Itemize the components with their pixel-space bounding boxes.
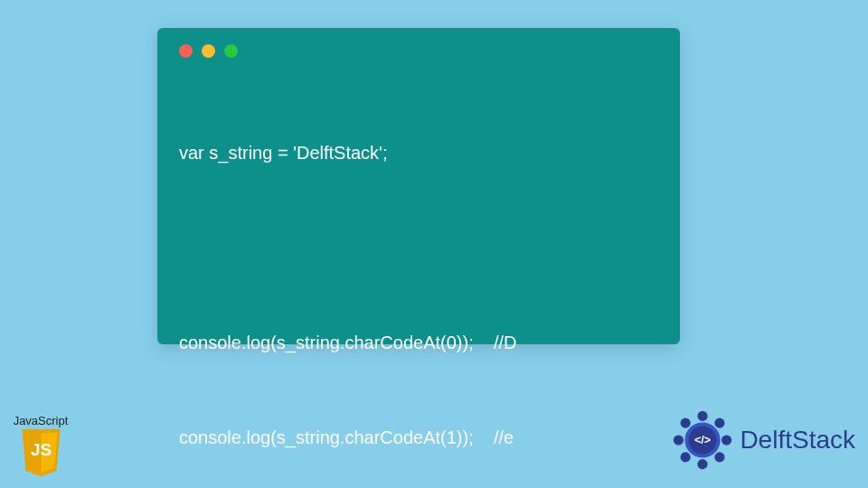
minimize-icon [202, 44, 215, 58]
window-traffic-lights [179, 44, 658, 58]
delftstack-emblem-icon: </> [671, 408, 734, 472]
code-window: var s_string = 'DelftStack'; console.log… [157, 28, 680, 344]
code-line: console.log(s_string.charCodeAt(1)); //e [179, 422, 658, 454]
javascript-shield-icon: JS [16, 429, 66, 479]
svg-point-6 [674, 435, 684, 445]
code-line: console.log(s_string.charCodeAt(0)); //D [179, 327, 658, 359]
javascript-label: JavaScript [5, 414, 76, 427]
svg-point-1 [715, 418, 725, 428]
javascript-badge: JavaScript JS [5, 414, 76, 479]
delftstack-text: DelftStack [740, 426, 855, 455]
svg-point-7 [681, 418, 691, 428]
svg-point-5 [681, 452, 691, 462]
svg-point-0 [698, 411, 708, 421]
code-line: var s_string = 'DelftStack'; [179, 137, 658, 169]
maximize-icon [224, 44, 238, 58]
svg-point-4 [698, 459, 708, 469]
code-line-blank [179, 232, 658, 264]
svg-point-3 [715, 452, 725, 462]
code-body: var s_string = 'DelftStack'; console.log… [179, 74, 658, 488]
close-icon [179, 44, 193, 58]
svg-text:</>: </> [694, 434, 711, 446]
svg-point-2 [722, 435, 731, 445]
delftstack-logo: </> DelftStack [671, 408, 855, 472]
js-icon-text: JS [30, 440, 51, 459]
